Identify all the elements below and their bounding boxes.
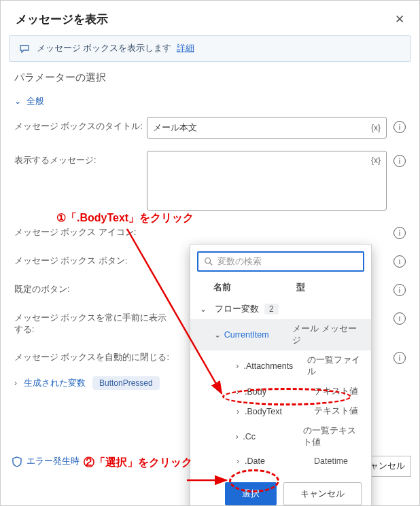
tree-item-name: .Date (245, 456, 314, 466)
flow-variables-label: フロー変数 (215, 303, 259, 315)
speech-bubble-icon (19, 43, 30, 54)
svg-line-1 (210, 263, 213, 266)
input-message[interactable]: {x} (147, 151, 387, 211)
chevron-down-icon: ⌄ (211, 330, 224, 340)
picker-footer: 選択 キャンセル (190, 470, 371, 506)
tree-item-type: テキスト値 (314, 386, 358, 397)
chevron-right-icon: › (231, 432, 243, 441)
general-section-label: 全般 (27, 95, 44, 107)
on-error-link[interactable]: エラー発生時 (12, 456, 80, 467)
tree-children: › .Attachments の一覧ファイル › .Body テキスト値 › .… (190, 350, 371, 470)
input-title[interactable]: メール本文 {x} (147, 117, 387, 139)
header-type: 型 (296, 281, 305, 293)
tree-item[interactable]: › .Date Datetime (223, 452, 371, 470)
chevron-right-icon: › (14, 378, 17, 388)
section-title: パラメーターの選択 (14, 71, 406, 84)
variable-picker-icon[interactable]: {x} (371, 156, 381, 165)
chevron-down-icon: ⌄ (197, 304, 209, 314)
chevron-right-icon: › (231, 456, 245, 466)
general-section-toggle[interactable]: ⌄ 全般 (14, 95, 406, 107)
label-message: 表示するメッセージ: (14, 151, 147, 166)
cancel-button[interactable]: キャンセル (283, 482, 362, 505)
chevron-down-icon: ⌄ (14, 96, 21, 106)
chevron-right-icon: › (231, 361, 243, 371)
input-title-value: メール本文 (153, 122, 197, 134)
svg-point-0 (205, 258, 211, 264)
search-placeholder: 変数の検索 (217, 256, 262, 268)
row-title: メッセージ ボックスのタイトル: メール本文 {x} i (14, 117, 406, 139)
variable-picker-popup: 変数の検索 名前 型 ⌄ フロー変数 2 ⌄ CurrentItem メール メ… (190, 244, 372, 506)
tree-item-type: メール メッセージ (292, 323, 364, 346)
info-icon[interactable]: i (393, 121, 406, 133)
info-icon[interactable]: i (393, 312, 406, 325)
annotation-text-2: ②「選択」をクリック (84, 456, 192, 470)
generated-vars-label: 生成された変数 (24, 378, 86, 389)
label-icon: メッセージ ボックス アイコン: (14, 223, 147, 238)
generated-var-pill[interactable]: ButtonPressed (92, 376, 160, 390)
row-message: 表示するメッセージ: {x} i (14, 151, 406, 211)
info-icon[interactable]: i (393, 284, 406, 296)
header-name: 名前 (213, 281, 296, 293)
info-icon[interactable]: i (393, 155, 406, 167)
details-link[interactable]: 詳細 (177, 43, 194, 53)
variable-picker-icon[interactable]: {x} (371, 123, 381, 132)
label-ontop: メッセージ ボックスを常に手前に表示する: (14, 308, 174, 336)
info-icon[interactable]: i (393, 255, 406, 268)
tree-item-name: .Cc (243, 432, 302, 441)
flow-variables-group[interactable]: ⌄ フロー変数 2 (190, 299, 371, 319)
dialog-display-message: メッセージを表示 ✕ メッセージ ボックスを表示します 詳細 パラメーターの選択… (0, 0, 420, 506)
close-icon[interactable]: ✕ (395, 12, 404, 26)
chevron-right-icon: › (231, 387, 245, 397)
tree-item-name: .Attachments (243, 361, 307, 371)
label-autoclose: メッセージ ボックスを自動的に閉じる: (14, 348, 174, 363)
chevron-right-icon: › (231, 407, 245, 416)
info-icon[interactable]: i (393, 352, 406, 364)
tree-item-type: テキスト値 (314, 405, 358, 417)
tree-item-name: .Body (245, 387, 314, 397)
tree-item-name: CurrentItem (224, 330, 292, 340)
tree-item-type: の一覧テキスト値 (303, 425, 364, 448)
dialog-title: メッセージを表示 (16, 12, 108, 27)
info-strip: メッセージ ボックスを表示します 詳細 (9, 35, 411, 62)
tree-item[interactable]: › .Attachments の一覧ファイル (223, 350, 371, 382)
info-icon[interactable]: i (393, 227, 406, 239)
search-icon (204, 257, 213, 266)
titlebar: メッセージを表示 ✕ (1, 1, 419, 35)
row-icon: メッセージ ボックス アイコン: i (14, 223, 406, 239)
picker-header: 名前 型 (190, 277, 371, 299)
shield-icon (12, 456, 22, 467)
select-button[interactable]: 選択 (225, 482, 277, 505)
info-text-label: メッセージ ボックスを表示します (37, 43, 171, 53)
label-title: メッセージ ボックスのタイトル: (14, 117, 147, 132)
tree-item-type: の一覧ファイル (307, 355, 364, 378)
tree-item[interactable]: › .Cc の一覧テキスト値 (223, 421, 371, 452)
tree-item-bodytext[interactable]: › .BodyText テキスト値 (223, 401, 371, 421)
label-buttons: メッセージ ボックス ボタン: (14, 251, 147, 267)
search-input[interactable]: 変数の検索 (197, 251, 364, 272)
on-error-label: エラー発生時 (27, 456, 80, 467)
label-default: 既定のボタン: (14, 280, 147, 295)
flow-variables-count: 2 (264, 304, 279, 314)
info-text: メッセージ ボックスを表示します 詳細 (37, 43, 194, 54)
tree-item-currentitem[interactable]: ⌄ CurrentItem メール メッセージ (190, 319, 371, 350)
tree-item-name: .BodyText (245, 407, 314, 416)
tree-item[interactable]: › .Body テキスト値 (223, 382, 371, 401)
tree-item-type: Datetime (314, 456, 348, 466)
